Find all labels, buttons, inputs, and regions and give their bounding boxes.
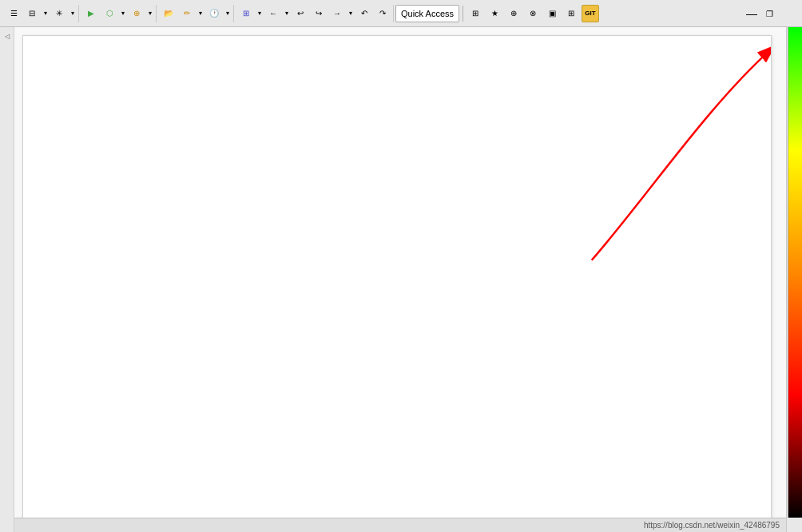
status-bar: https://blog.csdn.net/weixin_42486795 [14,518,786,532]
folder-icon[interactable]: 📂 [160,5,177,22]
arrowright-dropdown[interactable]: ▾ [347,5,355,22]
toolbar: ☰ ⊟ ▾ ✳ ▾ ▶ ⬡ ▾ ⊕ ▾ 📂 ✏ ▾ 🕐 ▾ ⊞ ▾ ← ▾ ↩ … [0,0,802,27]
grid-icon[interactable]: ⊞ [237,5,255,22]
bookmark-icon[interactable]: ★ [486,5,503,22]
plugin-icon[interactable]: ⊕ [505,5,522,22]
clock-dropdown[interactable]: ▾ [224,5,232,22]
quick-access-button[interactable]: Quick Access [395,5,459,22]
toolbar-group-2: ▶ ⬡ ▾ ⊕ ▾ [81,5,157,22]
toolbar-group-4: ⊞ ▾ ← ▾ ↩ ↪ → ▾ ↶ ↷ [236,5,394,22]
status-url: https://blog.csdn.net/weixin_42486795 [644,521,780,530]
list-icon[interactable]: ☰ [5,5,22,22]
connection-icon[interactable]: ⊗ [524,5,542,22]
arrowleft-dropdown[interactable]: ▾ [283,5,291,22]
toolbar-group-3: 📂 ✏ ▾ 🕐 ▾ [158,5,234,22]
grid-dropdown[interactable]: ▾ [256,5,264,22]
window-icon[interactable]: ⊞ [562,5,580,22]
asterisk-icon[interactable]: ✳ [50,5,68,22]
left-sidebar: ◁ [0,27,14,532]
arrow-right-icon[interactable]: → [328,5,346,22]
arrow-redo-icon[interactable]: ↪ [310,5,328,22]
undo-icon[interactable]: ↶ [355,5,373,22]
canvas-area: https://blog.csdn.net/weixin_42486795 [14,27,786,532]
layers-dropdown[interactable]: ▾ [119,5,127,22]
view-grid-icon[interactable]: ⊞ [467,5,484,22]
play-icon[interactable]: ▶ [82,5,100,22]
filter-icon[interactable]: ⊟ [23,5,41,22]
asterisk-dropdown[interactable]: ▾ [69,5,77,22]
toolbar-separator [463,6,463,22]
redo-icon[interactable]: ↷ [374,5,391,22]
clock-icon[interactable]: 🕐 [205,5,223,22]
main-area: ◁ https://blog.csdn.net/weixin_42486795 [0,27,802,532]
layout-icon[interactable]: ▣ [543,5,561,22]
minimize-button[interactable]: — [743,5,760,22]
map-dropdown[interactable]: ▾ [146,5,154,22]
layers-icon[interactable]: ⬡ [101,5,118,22]
arrow-undo-icon[interactable]: ↩ [292,5,309,22]
toolbar-group-1: ☰ ⊟ ▾ ✳ ▾ [3,5,79,22]
arrow-left-icon[interactable]: ← [264,5,282,22]
pencil-icon[interactable]: ✏ [178,5,196,22]
pencil-dropdown[interactable]: ▾ [197,5,204,22]
color-bar [788,27,802,518]
drawing-canvas [22,35,772,524]
filter-dropdown[interactable]: ▾ [42,5,50,22]
git-icon[interactable]: GIT [582,5,599,22]
annotation-svg [23,36,771,523]
sidebar-collapse-icon[interactable]: ◁ [2,30,13,42]
map-icon[interactable]: ⊕ [128,5,145,22]
restore-button[interactable]: ❐ [760,5,778,22]
